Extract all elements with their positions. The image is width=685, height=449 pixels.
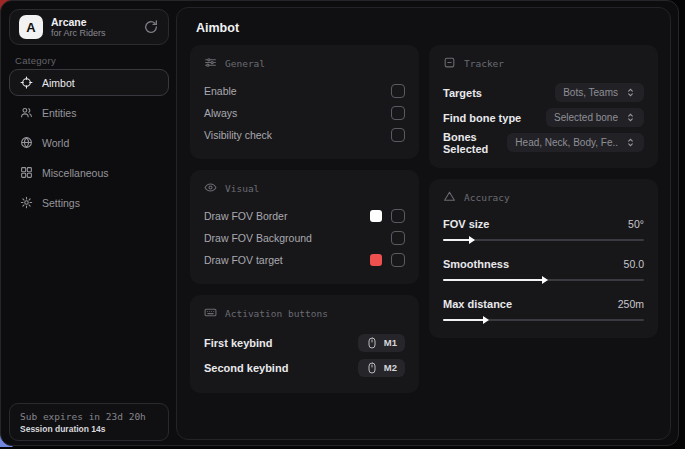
row-label: Max distance (443, 298, 512, 310)
triangle-icon (443, 190, 456, 205)
visual-header: Visual (204, 181, 405, 196)
tracker-card: Tracker Targets Bots, Teams Find bone ty… (429, 45, 658, 168)
smoothness-group: Smoothness 50.0 (443, 254, 644, 285)
app-subtitle: for Arc Riders (51, 28, 135, 38)
visual-card: Visual Draw FOV Border Draw FOV Backgrou… (190, 170, 419, 284)
targets-select[interactable]: Bots, Teams (555, 83, 644, 102)
activation-header: Activation buttons (204, 306, 405, 321)
visibility-check-checkbox[interactable] (391, 128, 405, 142)
category-label: Category (15, 55, 56, 66)
app-logo: A (19, 15, 43, 39)
enable-checkbox[interactable] (391, 84, 405, 98)
general-header: General (204, 56, 405, 71)
visual-row-target: Draw FOV target (204, 249, 405, 271)
smoothness-slider[interactable] (443, 275, 644, 285)
activation-card: Activation buttons First keybind M1 Seco… (190, 295, 419, 393)
draw-fov-background-checkbox[interactable] (391, 231, 405, 245)
bones-selected-select[interactable]: Head, Neck, Body, Fe.. (507, 133, 644, 152)
sliders-icon (204, 56, 217, 71)
left-column: General Enable Always Visibility check (190, 45, 419, 393)
activation-row-first: First keybind M1 (204, 330, 405, 355)
bone-type-value: Selected bone (554, 112, 618, 123)
session-duration-text: Session duration 14s (20, 424, 158, 434)
sidebar-item-label: Aimbot (42, 77, 75, 89)
sync-icon[interactable] (143, 19, 159, 35)
tracker-title: Tracker (464, 58, 504, 69)
bones-value: Head, Neck, Body, Fe.. (515, 137, 618, 148)
globe-icon (20, 136, 33, 149)
row-label: Second keybind (204, 362, 288, 374)
row-label: Draw FOV Background (204, 232, 312, 244)
general-card: General Enable Always Visibility check (190, 45, 419, 159)
scan-icon (443, 56, 456, 71)
app-title-wrap: Arcane for Arc Riders (51, 16, 135, 38)
max-distance-slider[interactable] (443, 315, 644, 325)
general-row-enable: Enable (204, 80, 405, 102)
sidebar-item-settings[interactable]: Settings (9, 189, 169, 216)
chevrons-up-down-icon (625, 112, 636, 123)
app-name: Arcane (51, 16, 135, 28)
smoothness-value: 50.0 (624, 258, 644, 270)
slider-thumb[interactable] (483, 316, 489, 324)
sidebar-item-label: World (42, 137, 69, 149)
grid-icon (20, 166, 33, 179)
general-row-always: Always (204, 102, 405, 124)
entities-icon (20, 106, 33, 119)
find-bone-type-select[interactable]: Selected bone (546, 108, 644, 127)
sidebar-item-miscellaneous[interactable]: Miscellaneous (9, 159, 169, 186)
keybind-value: M2 (384, 362, 397, 373)
always-checkbox[interactable] (391, 106, 405, 120)
sidebar-item-entities[interactable]: Entities (9, 99, 169, 126)
page-title: Aimbot (196, 21, 670, 35)
fov-target-color-swatch[interactable] (370, 254, 382, 266)
sidebar: A Arcane for Arc Riders Category Aimbot (1, 1, 176, 445)
keybind-value: M1 (384, 337, 397, 348)
fov-border-color-swatch[interactable] (370, 210, 382, 222)
sidebar-item-aimbot[interactable]: Aimbot (9, 69, 169, 96)
sub-expiry-text: Sub expires in 23d 20h (20, 411, 158, 422)
general-title: General (225, 58, 265, 69)
first-keybind-button[interactable]: M1 (358, 334, 405, 352)
chevrons-up-down-icon (625, 137, 636, 148)
visual-row-border: Draw FOV Border (204, 205, 405, 227)
tracker-row-bones: Bones Selected Head, Neck, Body, Fe.. (443, 130, 644, 155)
row-label: FOV size (443, 218, 489, 230)
row-label: Smoothness (443, 258, 509, 270)
activation-row-second: Second keybind M2 (204, 355, 405, 380)
slider-fill (443, 239, 471, 241)
row-label: Enable (204, 85, 237, 97)
sidebar-item-world[interactable]: World (9, 129, 169, 156)
sidebar-item-label: Entities (42, 107, 76, 119)
fov-size-slider[interactable] (443, 235, 644, 245)
slider-thumb[interactable] (469, 236, 475, 244)
slider-thumb[interactable] (542, 276, 548, 284)
row-label: Visibility check (204, 129, 272, 141)
draw-fov-border-checkbox[interactable] (391, 209, 405, 223)
targets-value: Bots, Teams (563, 87, 618, 98)
accuracy-card: Accuracy FOV size 50° (429, 179, 658, 338)
crosshair-icon (20, 76, 33, 89)
tracker-row-targets: Targets Bots, Teams (443, 80, 644, 105)
app-window: A Arcane for Arc Riders Category Aimbot (0, 0, 679, 446)
mouse-icon (366, 362, 378, 374)
visual-title: Visual (225, 183, 259, 194)
row-label: First keybind (204, 337, 272, 349)
gear-icon (20, 196, 33, 209)
draw-fov-target-checkbox[interactable] (391, 253, 405, 267)
row-label: Draw FOV Border (204, 210, 287, 222)
keyboard-icon (204, 306, 217, 321)
sidebar-item-label: Miscellaneous (42, 167, 109, 179)
mouse-icon (366, 337, 378, 349)
activation-title: Activation buttons (225, 308, 328, 319)
sidebar-item-label: Settings (42, 197, 80, 209)
tracker-row-bone-type: Find bone type Selected bone (443, 105, 644, 130)
sidebar-nav: Aimbot Entities World (9, 69, 169, 216)
max-distance-group: Max distance 250m (443, 294, 644, 325)
row-label: Bones Selected (443, 131, 507, 155)
slider-fill (443, 279, 544, 281)
accuracy-header: Accuracy (443, 190, 644, 205)
eye-icon (204, 181, 217, 196)
row-label: Always (204, 107, 237, 119)
second-keybind-button[interactable]: M2 (358, 359, 405, 377)
accuracy-title: Accuracy (464, 192, 510, 203)
